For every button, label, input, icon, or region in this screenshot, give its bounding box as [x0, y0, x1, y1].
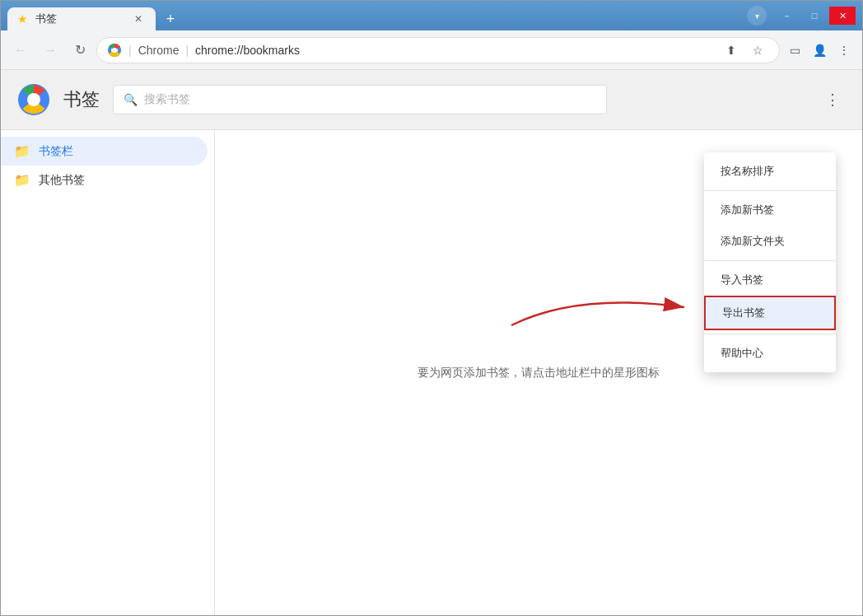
svg-point-4 [27, 93, 40, 106]
sidebar-item-label: 其他书签 [39, 173, 85, 188]
menu-item-import[interactable]: 导入书签 [704, 264, 836, 296]
bookmarks-menu-button[interactable]: ⋮ [819, 86, 846, 113]
address-brand: Chrome [138, 44, 180, 57]
folder-icon: 📁 [14, 143, 30, 159]
page-title: 书签 [63, 87, 100, 112]
navigation-bar: ← → ↻ | Chrome | chrome://bookmarks ⬆ [1, 30, 862, 70]
svg-point-2 [112, 48, 117, 53]
menu-button[interactable]: ⋮ [833, 39, 856, 62]
tab-close-button[interactable]: ✕ [131, 12, 146, 26]
page-wrapper: 书签 🔍 搜索书签 ⋮ 📁 书签栏 📁 其他书签 [1, 70, 862, 615]
empty-message: 要为网页添加书签，请点击地址栏中的星形图标 [418, 366, 660, 380]
forward-button[interactable]: → [37, 37, 63, 63]
minimize-button[interactable]: － [773, 7, 800, 25]
window-controls: － □ ✕ [773, 7, 856, 25]
bookmark-star-button[interactable]: ☆ [746, 39, 769, 62]
menu-item-export[interactable]: 导出书签 [704, 296, 836, 330]
share-button[interactable]: ⬆ [720, 39, 743, 62]
address-bar[interactable]: | Chrome | chrome://bookmarks ⬆ ☆ [96, 37, 780, 63]
title-bar: ★ 书签 ✕ + ▾ － □ ✕ [1, 1, 862, 30]
chrome-logo [17, 83, 50, 116]
back-button[interactable]: ← [7, 37, 34, 63]
search-placeholder: 搜索书签 [144, 92, 190, 107]
bookmarks-header: 书签 🔍 搜索书签 ⋮ [1, 70, 862, 130]
tab-favicon: ★ [17, 12, 30, 26]
sidebar-item-bookmarks-bar[interactable]: 📁 书签栏 [1, 137, 208, 166]
menu-item-add-folder[interactable]: 添加新文件夹 [704, 226, 836, 257]
menu-item-sort-by-name[interactable]: 按名称排序 [704, 156, 836, 187]
maximize-button[interactable]: □ [801, 7, 828, 25]
browser-window: ★ 书签 ✕ + ▾ － □ ✕ ← → [0, 0, 863, 616]
sidebar-item-other-bookmarks[interactable]: 📁 其他书签 [1, 166, 208, 194]
address-separator2: | [185, 44, 189, 57]
menu-divider-1 [704, 190, 836, 191]
sidebar: 📁 书签栏 📁 其他书签 [1, 130, 215, 615]
folder-icon: 📁 [14, 172, 30, 188]
new-tab-button[interactable]: + [159, 7, 182, 30]
active-tab[interactable]: ★ 书签 ✕ [7, 7, 156, 30]
menu-item-help[interactable]: 帮助中心 [704, 338, 836, 369]
address-actions: ⬆ ☆ [720, 39, 769, 62]
dropdown-menu: 按名称排序 添加新书签 添加新文件夹 导入书签 导出书签 帮助中心 [704, 152, 836, 372]
address-separator: | [128, 44, 132, 57]
toolbar-right: ▭ 👤 ⋮ [783, 39, 856, 62]
refresh-button[interactable]: ↻ [67, 37, 93, 63]
tab-area: ★ 书签 ✕ + [7, 1, 747, 30]
menu-divider-2 [704, 260, 836, 261]
dropdown-menu-btn-wrap: ⋮ [819, 86, 846, 113]
close-button[interactable]: ✕ [829, 7, 856, 25]
profile-button[interactable]: 👤 [808, 39, 831, 62]
tab-dropdown-button[interactable]: ▾ [747, 6, 767, 26]
search-bar[interactable]: 🔍 搜索书签 [113, 85, 607, 114]
chrome-nav-icon [107, 43, 122, 58]
menu-item-add-bookmark[interactable]: 添加新书签 [704, 194, 836, 226]
sidebar-item-label: 书签栏 [39, 144, 73, 159]
address-url: chrome://bookmarks [195, 44, 300, 57]
search-icon: 🔍 [124, 93, 138, 106]
menu-divider-3 [704, 334, 836, 334]
tab-title: 书签 [35, 12, 57, 26]
tab-view-button[interactable]: ▭ [783, 39, 806, 62]
